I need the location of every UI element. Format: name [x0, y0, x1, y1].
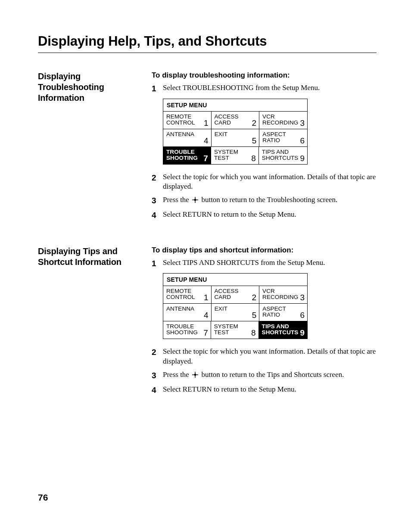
setup-menu-cell[interactable]: SYSTEMTEST8 [211, 147, 258, 164]
setup-menu-cell[interactable]: EXIT5 [211, 304, 259, 321]
step-number: 3 [152, 195, 163, 206]
step-text: Select TIPS AND SHORTCUTS from the Setup… [163, 258, 377, 268]
setup-menu-cell-label: ACCESSCARD [215, 288, 239, 300]
setup-menu: SETUP MENUREMOTECONTROL1ACCESSCARD2VCRRE… [163, 273, 308, 339]
setup-menu-cell-index: 5 [252, 137, 257, 145]
step-item: 2Select the topic for which you want inf… [152, 172, 377, 192]
setup-menu-cell-index: 9 [300, 154, 305, 162]
setup-menu-cell-label: ASPECTRATIO [262, 306, 286, 318]
step-list: 1Select TIPS AND SHORTCUTS from the Setu… [152, 258, 377, 396]
setup-menu-cell-label: TROUBLESHOOTING [166, 324, 198, 336]
setup-menu-cell-index: 2 [252, 293, 256, 302]
step-item: 3Press the button to return to the Troub… [152, 195, 377, 206]
setup-menu-cell-label: EXIT [215, 131, 227, 137]
setup-menu-cell[interactable]: VCRRECORDING3 [259, 112, 307, 129]
setup-menu-cell-index: 3 [300, 293, 305, 302]
center-button-icon [192, 371, 199, 378]
setup-menu-title: SETUP MENU [163, 274, 307, 286]
setup-menu-cell[interactable]: TROUBLESHOOTING7 [163, 321, 211, 339]
step-number: 4 [152, 210, 163, 221]
step-number: 4 [152, 385, 163, 396]
setup-menu-cell[interactable]: ACCESSCARD2 [211, 286, 259, 303]
step-list: 1Select TROUBLESHOOTING from the Setup M… [152, 83, 377, 221]
step-item: 1Select TIPS AND SHORTCUTS from the Setu… [152, 258, 377, 269]
section-lead: To display tips and shortcut information… [152, 246, 377, 255]
setup-menu-cell[interactable]: REMOTECONTROL1 [163, 286, 211, 303]
setup-menu-cell[interactable]: ASPECTRATIO6 [259, 129, 307, 146]
step-text: Press the button to return to the Troubl… [163, 195, 377, 205]
setup-menu-cell[interactable]: ASPECTRATIO6 [259, 304, 307, 321]
step-item: 4Select RETURN to return to the Setup Me… [152, 210, 377, 221]
setup-menu-cell-index: 7 [203, 329, 208, 337]
setup-menu-cell[interactable]: TROUBLESHOOTING7 [163, 147, 211, 164]
setup-menu-cell[interactable]: TIPS ANDSHORTCUTS9 [258, 321, 307, 339]
center-button-icon [192, 196, 199, 203]
setup-menu-cell-index: 5 [252, 311, 257, 319]
setup-menu-cell-index: 2 [252, 119, 256, 127]
page-title: Displaying Help, Tips, and Shortcuts [38, 34, 377, 49]
setup-menu-cell-index: 1 [204, 293, 209, 302]
setup-menu-cell-label: REMOTECONTROL [166, 288, 195, 300]
step-menu-figure: SETUP MENUREMOTECONTROL1ACCESSCARD2VCRRE… [152, 99, 377, 165]
step-text: Select the topic for which you want info… [163, 347, 377, 367]
setup-menu-cell-label: ANTENNA [166, 131, 194, 137]
section-heading: Displaying Tips and Shortcut Information [38, 246, 147, 268]
title-rule [38, 53, 377, 53]
setup-menu-cell-label: REMOTECONTROL [166, 114, 195, 126]
setup-menu-cell-label: TIPS ANDSHORTCUTS [262, 324, 299, 336]
step-number: 1 [152, 83, 163, 94]
step-text: Select RETURN to return to the Setup Men… [163, 385, 377, 395]
setup-menu-cell-index: 1 [204, 119, 209, 127]
page-number: 76 [38, 492, 48, 503]
setup-menu-cell-index: 7 [203, 154, 208, 162]
setup-menu-cell[interactable]: ANTENNA4 [163, 304, 211, 321]
section-lead: To display troubleshooting information: [152, 71, 377, 80]
setup-menu-cell-label: ANTENNA [166, 306, 194, 312]
setup-menu-cell-label: VCRRECORDING [262, 114, 298, 126]
step-number: 1 [152, 258, 163, 269]
step-item: 3Press the button to return to the Tips … [152, 370, 377, 381]
step-number: 3 [152, 370, 163, 381]
setup-menu-cell[interactable]: VCRRECORDING3 [259, 286, 307, 303]
setup-menu-cell[interactable]: REMOTECONTROL1 [163, 112, 211, 129]
step-text: Select the topic for which you want info… [163, 172, 377, 192]
setup-menu-cell-label: EXIT [215, 306, 227, 312]
setup-menu-cell-index: 6 [300, 137, 305, 145]
setup-menu-cell-label: SYSTEMTEST [214, 324, 238, 336]
svg-point-2 [194, 199, 196, 201]
step-item: 2Select the topic for which you want inf… [152, 347, 377, 367]
setup-menu-cell-label: TIPS ANDSHORTCUTS [262, 149, 299, 161]
setup-menu-cell[interactable]: TIPS ANDSHORTCUTS9 [258, 147, 307, 164]
doc-section: Displaying Troubleshooting InformationTo… [38, 71, 377, 224]
doc-section: Displaying Tips and Shortcut Information… [38, 246, 377, 399]
setup-menu-cell-label: ASPECTRATIO [262, 131, 286, 143]
step-text: Select TROUBLESHOOTING from the Setup Me… [163, 83, 377, 93]
svg-point-5 [194, 374, 196, 376]
setup-menu-cell-label: SYSTEMTEST [214, 149, 238, 161]
step-text: Press the button to return to the Tips a… [163, 370, 377, 380]
setup-menu-cell[interactable]: ANTENNA4 [163, 129, 211, 146]
step-number: 2 [152, 347, 163, 358]
setup-menu-cell-index: 8 [251, 154, 256, 162]
setup-menu-title: SETUP MENU [163, 99, 307, 111]
section-heading: Displaying Troubleshooting Information [38, 71, 147, 103]
setup-menu-cell[interactable]: ACCESSCARD2 [211, 112, 259, 129]
setup-menu-cell-index: 3 [300, 119, 305, 127]
setup-menu-cell-label: TROUBLESHOOTING [166, 149, 198, 161]
setup-menu-cell-index: 4 [204, 311, 209, 319]
step-text: Select RETURN to return to the Setup Men… [163, 210, 377, 220]
setup-menu-cell[interactable]: SYSTEMTEST8 [211, 321, 258, 339]
step-item: 1Select TROUBLESHOOTING from the Setup M… [152, 83, 377, 94]
step-item: 4Select RETURN to return to the Setup Me… [152, 385, 377, 396]
setup-menu: SETUP MENUREMOTECONTROL1ACCESSCARD2VCRRE… [163, 99, 308, 165]
step-menu-figure: SETUP MENUREMOTECONTROL1ACCESSCARD2VCRRE… [152, 273, 377, 339]
setup-menu-cell-index: 9 [300, 329, 305, 337]
setup-menu-cell-index: 8 [251, 329, 256, 337]
setup-menu-cell[interactable]: EXIT5 [211, 129, 259, 146]
setup-menu-cell-label: ACCESSCARD [215, 114, 239, 126]
setup-menu-cell-label: VCRRECORDING [262, 288, 298, 300]
setup-menu-cell-index: 4 [204, 137, 209, 145]
step-number: 2 [152, 172, 163, 184]
setup-menu-cell-index: 6 [300, 311, 305, 319]
